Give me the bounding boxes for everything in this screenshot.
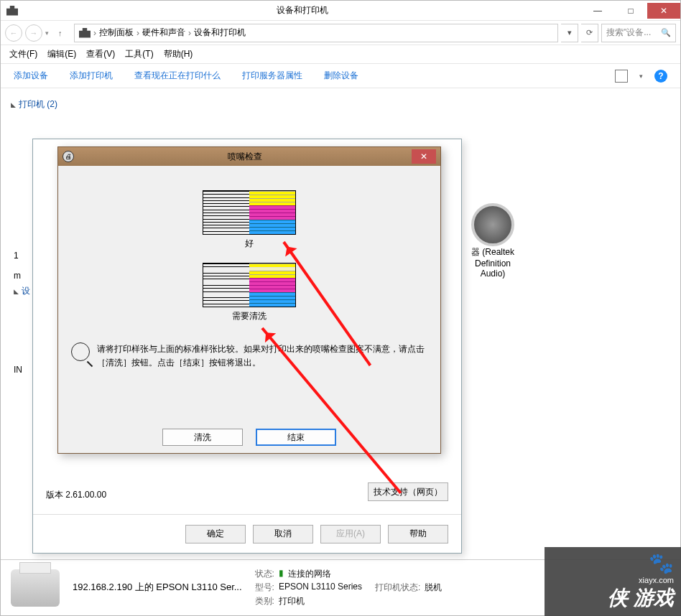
menu-edit[interactable]: 编辑(E)	[47, 48, 76, 60]
printer-icon	[79, 28, 91, 38]
window-title: 设备和打印机	[24, 4, 581, 17]
device-label: 器 (Realtek	[453, 246, 532, 258]
print-server-props-button[interactable]: 打印服务器属性	[242, 70, 302, 82]
menu-bar: 文件(F) 编辑(E) 查看(V) 工具(T) 帮助(H)	[1, 45, 680, 64]
speaker-icon	[471, 203, 514, 246]
maximize-button[interactable]: □	[614, 3, 647, 19]
status-value: 连接的网络	[288, 568, 331, 580]
breadcrumb-item[interactable]: 设备和打印机	[194, 27, 246, 39]
breadcrumb-item[interactable]: 控制面板	[99, 27, 134, 39]
minimize-button[interactable]: —	[581, 3, 614, 19]
category-printers[interactable]: 打印机 (2)	[11, 98, 670, 111]
model-value: EPSON L3110 Series	[279, 582, 362, 594]
command-bar: 添加设备 添加打印机 查看现在正在打印什么 打印服务器属性 删除设备 ▾ ?	[1, 64, 680, 88]
finish-button[interactable]: 结束	[256, 429, 336, 446]
remove-device-button[interactable]: 删除设备	[324, 70, 358, 82]
cancel-button[interactable]: 取消	[253, 525, 313, 543]
up-button[interactable]: ↑	[58, 29, 71, 37]
system-controls: — □ ✕	[581, 3, 680, 19]
add-printer-button[interactable]: 添加打印机	[70, 70, 113, 82]
help-button[interactable]: 帮助	[388, 525, 448, 543]
details-title: 192.168.2.190 上的 EPSON L3110 Ser...	[73, 581, 242, 594]
category-label: 类别:	[255, 595, 274, 607]
view-options-button[interactable]	[615, 70, 628, 83]
needclean-pattern	[203, 263, 296, 307]
navigation-bar: ← → ▾ ↑ › 控制面板 › 硬件和声音 › 设备和打印机 ▾ ⟳ 搜索"设…	[1, 21, 680, 45]
printer-status-value: 脱机	[425, 582, 442, 594]
watermark-brand: 侠 游戏	[608, 584, 674, 612]
device-speaker[interactable]: 器 (Realtek Definition Audio)	[453, 203, 532, 279]
instruction-text: 请将打印样张与上面的标准样张比较。如果对打印出来的喷嘴检查图案不满意，请点击［清…	[97, 342, 427, 370]
menu-tools[interactable]: 工具(T)	[125, 48, 153, 60]
view-dropdown-icon[interactable]: ▾	[639, 73, 643, 80]
properties-button-bar: 确定 取消 应用(A) 帮助	[33, 514, 461, 553]
nozzle-titlebar: 🖨 喷嘴检查 ✕	[58, 147, 440, 166]
watermark-site: xiayx.com	[639, 576, 674, 584]
tech-support-button[interactable]: 技术支持（网页）	[368, 482, 448, 501]
refresh-button[interactable]: ⟳	[581, 24, 598, 42]
titlebar: 设备和打印机 — □ ✕	[1, 1, 680, 21]
help-button[interactable]: ?	[654, 70, 667, 83]
menu-view[interactable]: 查看(V)	[86, 48, 115, 60]
clean-button[interactable]: 清洗	[162, 429, 243, 446]
menu-help[interactable]: 帮助(H)	[164, 48, 193, 60]
back-button[interactable]: ←	[5, 24, 22, 42]
apply-button[interactable]: 应用(A)	[320, 525, 381, 543]
search-input[interactable]: 搜索"设备... 🔍	[601, 24, 676, 42]
see-whats-printing-button[interactable]: 查看现在正在打印什么	[134, 70, 221, 82]
address-bar[interactable]: › 控制面板 › 硬件和声音 › 设备和打印机	[74, 24, 558, 42]
nozzle-button-row: 清洗 结束	[58, 429, 440, 446]
menu-file[interactable]: 文件(F)	[9, 48, 37, 60]
add-device-button[interactable]: 添加设备	[14, 70, 48, 82]
version-label: 版本 2.61.00.00	[46, 489, 106, 501]
nozzle-close-button[interactable]: ✕	[412, 149, 436, 164]
printer-large-icon	[11, 569, 60, 607]
needclean-label: 需要清洗	[203, 310, 296, 322]
watermark: 🐾 xiayx.com 侠 游戏	[545, 547, 681, 616]
history-dropdown[interactable]: ▾	[45, 29, 55, 37]
device-label: Definition	[453, 258, 532, 269]
search-placeholder: 搜索"设备...	[606, 27, 651, 39]
instruction-row: 请将打印样张与上面的标准样张比较。如果对打印出来的喷嘴检查图案不满意，请点击［清…	[71, 342, 427, 370]
ok-button[interactable]: 确定	[185, 525, 246, 543]
close-button[interactable]: ✕	[647, 3, 680, 19]
nozzle-samples: 好 需要清洗	[71, 190, 427, 322]
device-label: Audio)	[453, 269, 532, 279]
status-label: 状态:	[255, 568, 274, 580]
model-label: 型号:	[255, 582, 274, 594]
breadcrumb-sep: ›	[93, 28, 96, 38]
needclean-sample: 需要清洗	[203, 263, 296, 322]
category-value: 打印机	[279, 595, 305, 607]
nozzle-body: 好 需要清洗 请将打印样张与上面的标准样张比较。如果对打印出来的喷嘴检查图案不满…	[58, 166, 440, 453]
category-devices[interactable]: 设	[14, 285, 30, 297]
printer-status-label: 打印机状态:	[375, 582, 420, 594]
address-dropdown[interactable]: ▾	[561, 24, 578, 42]
good-pattern	[203, 190, 296, 235]
nozzle-title: 喷嘴检查	[78, 151, 412, 163]
printer-icon	[6, 6, 18, 16]
printer-small-icon: 🖨	[62, 151, 74, 162]
search-icon: 🔍	[661, 28, 671, 37]
paw-icon: 🐾	[649, 551, 674, 575]
breadcrumb-item[interactable]: 硬件和声音	[142, 27, 185, 39]
left-clipped-labels: 1 m 设 IN	[14, 246, 30, 379]
nozzle-check-dialog: 🖨 喷嘴检查 ✕ 好 需要清洗 请将打印样张与上面的标准样张比较。	[57, 146, 441, 454]
magnifier-icon	[71, 342, 90, 361]
forward-button[interactable]: →	[25, 24, 42, 42]
